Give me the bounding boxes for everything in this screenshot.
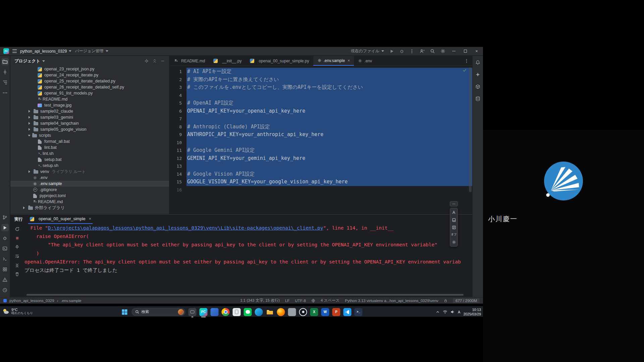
- tree-item[interactable]: scripts: [10, 132, 169, 138]
- notifications-bell-icon[interactable]: [474, 59, 482, 66]
- memory-indicator[interactable]: 677 / 2900M: [453, 298, 480, 303]
- caret-position[interactable]: 1:1 (343 文字, 15 改行): [240, 298, 280, 303]
- tray-chevron-up-icon[interactable]: [436, 310, 440, 314]
- breadcrumb-project[interactable]: python_api_lessons_0329: [9, 299, 54, 303]
- grey-app-icon[interactable]: [288, 308, 296, 316]
- line-separator[interactable]: LF: [285, 299, 289, 303]
- soft-wrap-icon[interactable]: [15, 254, 19, 258]
- tree-item[interactable]: openai_25_receipt_iterate_detailed.py: [10, 78, 169, 84]
- tree-item[interactable]: sample02_claude: [10, 108, 169, 114]
- code-editor[interactable]: 1# AI APIキー設定 2# 実際のAPIキーに置き換えてください 3# こ…: [170, 66, 472, 214]
- ime-input-mode-button[interactable]: A: [450, 209, 457, 216]
- tree-item[interactable]: openai_91_list_models.py: [10, 90, 169, 96]
- excel-icon[interactable]: X: [310, 308, 318, 316]
- blue-app-icon[interactable]: [211, 308, 219, 316]
- horizontal-scrollbar[interactable]: [26, 294, 464, 296]
- indent-setting[interactable]: 4 スペース: [321, 298, 339, 303]
- tree-item[interactable]: lint.bat: [10, 144, 169, 150]
- terminal-tool-icon[interactable]: [1, 255, 9, 262]
- todo-tool-icon[interactable]: [1, 286, 9, 294]
- ime-minimize-button[interactable]: —: [450, 201, 458, 206]
- line-app-icon[interactable]: [244, 308, 252, 316]
- vcs-tool-icon[interactable]: [1, 214, 9, 221]
- minimize-button[interactable]: [451, 48, 457, 54]
- word-icon[interactable]: W: [321, 308, 329, 316]
- vcs-widget[interactable]: バージョン管理: [75, 48, 108, 54]
- weather-widget[interactable]: 9°C晴れのちくもり: [2, 308, 33, 315]
- ime-mode-indicator[interactable]: A: [458, 310, 460, 314]
- taskbar-clock[interactable]: 10:13 2025/03/29: [463, 308, 481, 316]
- ime-pad-icon[interactable]: [450, 224, 457, 231]
- tree-item[interactable]: .gitignore: [10, 187, 169, 193]
- calculator-icon[interactable]: [233, 308, 241, 316]
- maximize-button[interactable]: [462, 48, 468, 54]
- debug-tool-icon[interactable]: [1, 234, 9, 242]
- project-panel-header[interactable]: プロジェクト: [10, 56, 169, 66]
- firefox-icon[interactable]: [277, 308, 285, 316]
- python-interpreter[interactable]: Python 3.13 virtualenv a...hon_api_lesso…: [345, 299, 438, 303]
- project-selector[interactable]: python_api_lessons_0329: [20, 49, 71, 54]
- commit-tool-icon[interactable]: [1, 68, 9, 76]
- close-run-tab-icon[interactable]: ×: [89, 217, 91, 221]
- vscode-icon[interactable]: [343, 308, 352, 316]
- project-tool-icon[interactable]: [1, 58, 9, 65]
- problems-tool-icon[interactable]: [1, 276, 9, 283]
- tree-item[interactable]: format_all.bat: [10, 138, 169, 144]
- tab-env[interactable]: .env: [354, 56, 376, 66]
- wifi-icon[interactable]: [443, 310, 447, 314]
- globe-icon[interactable]: [311, 299, 315, 303]
- capture-app-icon[interactable]: [189, 308, 197, 316]
- run-console[interactable]: File "D:\projects\galapagos_lessons\pyth…: [24, 224, 472, 293]
- volume-icon[interactable]: [450, 310, 455, 314]
- stop-icon[interactable]: [15, 236, 19, 240]
- clear-console-icon[interactable]: [15, 272, 19, 277]
- tree-item[interactable]: sample05_google_vision: [10, 126, 169, 132]
- main-menu-icon[interactable]: [12, 49, 17, 53]
- chrome-icon[interactable]: [222, 308, 230, 316]
- tree-item[interactable]: >_setup.sh: [10, 163, 169, 169]
- settings-gear-icon[interactable]: [440, 49, 445, 54]
- tree-item[interactable]: venvライブラリ ルート: [10, 169, 169, 175]
- breadcrumb-file[interactable]: .env.sample: [61, 299, 81, 303]
- tree-item[interactable]: openai_23_receipt_json.py: [10, 66, 169, 72]
- tree-item-external-libraries[interactable]: 外部ライブラリ: [10, 205, 169, 211]
- more-tool-windows-icon[interactable]: [1, 89, 9, 97]
- tree-item[interactable]: setup.bat: [10, 157, 169, 163]
- obs-icon[interactable]: [299, 308, 307, 316]
- rerun-icon[interactable]: [15, 227, 20, 232]
- debug-button[interactable]: [399, 49, 404, 54]
- tree-item[interactable]: pyproject.toml: [10, 193, 169, 199]
- start-button[interactable]: [121, 308, 129, 316]
- tree-item[interactable]: >_lint.sh: [10, 150, 169, 157]
- ime-settings-gear-icon[interactable]: [450, 239, 457, 245]
- inspections-ok-icon[interactable]: [463, 68, 467, 72]
- editor-scrollbar[interactable]: [469, 67, 472, 192]
- tree-item[interactable]: M↓README.md: [10, 96, 169, 102]
- close-button[interactable]: ×: [474, 48, 480, 54]
- database-icon[interactable]: [474, 95, 482, 102]
- tree-item[interactable]: M↓README.md: [10, 199, 169, 205]
- tree-item[interactable]: test_image.jpg: [10, 102, 169, 108]
- tree-item[interactable]: sample03_gemini: [10, 114, 169, 120]
- more-actions-icon[interactable]: [410, 49, 414, 54]
- close-tab-icon[interactable]: ×: [347, 58, 350, 63]
- select-opened-file-icon[interactable]: [144, 59, 149, 63]
- powerpoint-icon[interactable]: P: [332, 308, 340, 316]
- pin-icon[interactable]: [15, 245, 19, 249]
- tab-options-icon[interactable]: [464, 56, 472, 66]
- python-console-tool-icon[interactable]: [1, 245, 9, 252]
- tab-readme[interactable]: M↓README.md: [170, 56, 209, 66]
- tab-openai-00[interactable]: openai_00_super_simple.py: [246, 56, 313, 66]
- scroll-to-end-icon[interactable]: [15, 263, 19, 267]
- tree-item[interactable]: sample04_langchain: [10, 120, 169, 126]
- hide-panel-icon[interactable]: [160, 59, 165, 63]
- run-tab[interactable]: openai_00_super_simple ×: [28, 215, 93, 224]
- tab-env-sample[interactable]: .env.sample×: [313, 56, 354, 66]
- structure-tool-icon[interactable]: [1, 79, 9, 86]
- terminal-app-icon[interactable]: >_: [355, 308, 363, 316]
- pycharm-app-icon[interactable]: PC: [200, 308, 208, 316]
- run-config-selector[interactable]: 現在のファイル: [351, 48, 384, 54]
- readonly-lock-icon[interactable]: [444, 299, 447, 303]
- services-tool-icon[interactable]: [1, 265, 9, 273]
- tree-item-selected[interactable]: .env.sample: [10, 181, 169, 187]
